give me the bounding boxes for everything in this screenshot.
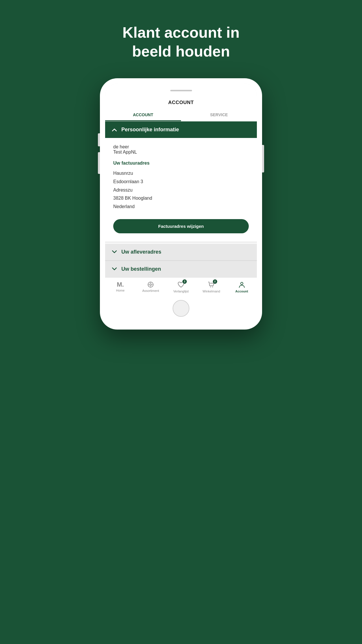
svg-point-7 xyxy=(212,286,213,287)
chevron-down-icon-delivery xyxy=(111,249,117,255)
verlanglijst-badge: 2 xyxy=(182,279,187,284)
section-orders-header[interactable]: Uw bestellingen xyxy=(105,261,257,277)
app-content: ACCOUNT ACCOUNT SERVICE xyxy=(105,94,257,324)
section-delivery-header[interactable]: Uw afleveradres xyxy=(105,244,257,260)
svg-point-1 xyxy=(150,284,151,285)
tab-bar: ACCOUNT SERVICE xyxy=(105,108,257,121)
section-delivery: Uw afleveradres xyxy=(105,244,257,260)
account-icon xyxy=(238,281,246,289)
address-line-1: Hausnrzu xyxy=(113,169,249,178)
section-personal-body: de heer Test AppNL Uw factuuradres Hausn… xyxy=(105,138,257,241)
app-header: ACCOUNT ACCOUNT SERVICE xyxy=(105,94,257,121)
person-salutation: de heer xyxy=(113,144,249,150)
home-icon: M. xyxy=(117,281,124,288)
winkelmand-icon-wrap: 2 xyxy=(207,281,216,289)
divider-1 xyxy=(105,241,257,243)
side-button-right xyxy=(262,145,264,172)
section-personal-title: Persoonlijke informatie xyxy=(121,127,179,133)
phone-home-button[interactable] xyxy=(173,300,189,317)
tab-active-indicator xyxy=(105,120,181,121)
billing-address-label: Uw factuuradres xyxy=(113,161,249,166)
phone-notch xyxy=(105,83,257,94)
address-line-2: Esdoornlaan 3 xyxy=(113,178,249,186)
chevron-down-icon-orders xyxy=(111,266,117,272)
section-orders: Uw bestellingen xyxy=(105,261,257,277)
section-delivery-title: Uw afleveradres xyxy=(121,249,161,255)
bottom-nav: M. Home xyxy=(105,277,257,295)
section-personal: Persoonlijke informatie de heer Test App… xyxy=(105,121,257,241)
side-button-left-2 xyxy=(98,152,100,174)
nav-item-verlanglijst[interactable]: 2 Verlanglijst xyxy=(171,281,191,293)
section-orders-title: Uw bestellingen xyxy=(121,266,161,272)
side-button-left-1 xyxy=(98,133,100,146)
nav-label-winkelmand: Winkelmand xyxy=(203,290,220,293)
nav-label-verlanglijst: Verlanglijst xyxy=(173,290,189,293)
person-name: Test AppNL xyxy=(113,150,249,155)
nav-label-assortiment: Assortiment xyxy=(142,289,159,292)
phone-screen: ACCOUNT ACCOUNT SERVICE xyxy=(105,83,257,324)
notch-pill xyxy=(170,90,192,91)
phone-mockup: ACCOUNT ACCOUNT SERVICE xyxy=(100,78,262,330)
nav-item-winkelmand[interactable]: 2 Winkelmand xyxy=(201,281,222,293)
winkelmand-badge: 2 xyxy=(213,279,217,284)
address-line-4: 3828 BK Hoogland xyxy=(113,194,249,203)
nav-item-home[interactable]: M. Home xyxy=(110,281,130,292)
svg-point-8 xyxy=(241,282,243,285)
section-personal-header[interactable]: Persoonlijke informatie xyxy=(105,121,257,138)
change-billing-address-button[interactable]: Factuuradres wijzigen xyxy=(113,219,249,233)
nav-label-home: Home xyxy=(116,289,125,292)
phone-home-area xyxy=(105,295,257,324)
tab-account[interactable]: ACCOUNT xyxy=(105,108,181,121)
address-line-5: Nederland xyxy=(113,203,249,211)
svg-point-6 xyxy=(210,286,211,287)
chevron-up-icon xyxy=(111,127,117,133)
verlanglijst-icon-wrap: 2 xyxy=(176,281,186,289)
nav-item-account[interactable]: Account xyxy=(232,281,252,293)
page-title: Klant account in beeld houden xyxy=(123,23,239,61)
tab-service[interactable]: SERVICE xyxy=(181,108,257,121)
nav-label-account: Account xyxy=(235,290,248,293)
assortiment-icon xyxy=(147,281,155,288)
nav-item-assortiment[interactable]: Assortiment xyxy=(140,281,161,292)
app-header-title: ACCOUNT xyxy=(105,100,257,105)
address-line-3: Adresszu xyxy=(113,186,249,194)
